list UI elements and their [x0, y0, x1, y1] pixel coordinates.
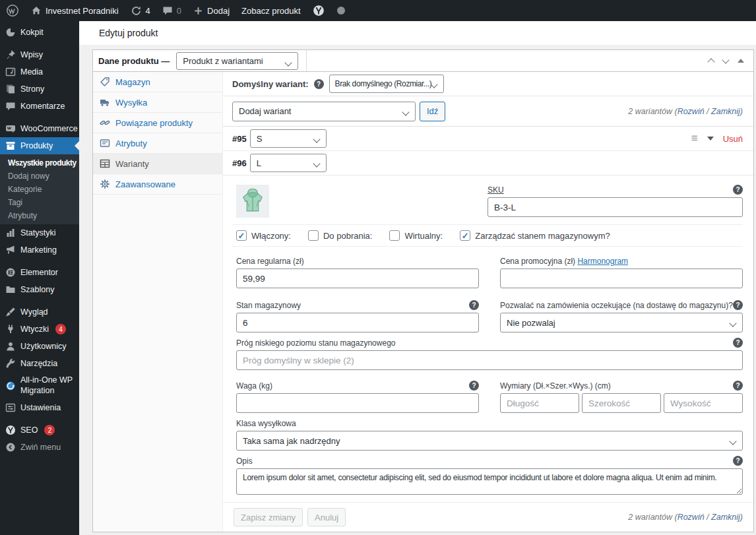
updates-indicator[interactable]: 4	[125, 0, 156, 21]
virtual-checkbox[interactable]: Wirtualny:	[389, 230, 443, 241]
folder-icon	[5, 284, 16, 295]
sidebar-item-szablony[interactable]: Szablony	[0, 281, 79, 298]
tab-wysylka[interactable]: Wysyłka	[93, 92, 222, 113]
collapse-menu-button[interactable]: Zwiń menu	[0, 439, 79, 456]
submenu-tags[interactable]: Tagi	[0, 196, 79, 209]
schedule-link[interactable]: Harmonogram	[577, 257, 628, 266]
help-icon[interactable]: ?	[733, 381, 743, 391]
sidebar-item-statystyki[interactable]: Statystyki	[0, 224, 79, 241]
variations-count-note-bottom: 2 wariantów (Rozwiń / Zamknij)	[628, 513, 743, 522]
variation-options: ✓ Włączony: Do pobrania: Wirtualny:	[232, 224, 743, 247]
close-link-bottom[interactable]: Zamknij	[711, 513, 740, 522]
tab-powiazane-produkty[interactable]: Powiązane produkty	[93, 113, 222, 133]
variation-form: SKU ? ✓ Włączony:	[223, 175, 753, 497]
yoast-icon	[313, 5, 325, 16]
move-down-button[interactable]	[722, 56, 729, 63]
sidebar-item-produkty[interactable]: Produkty	[0, 137, 79, 154]
sidebar-item-narzedzia[interactable]: Narzędzia	[0, 355, 79, 372]
plugins-badge: 4	[55, 324, 66, 334]
help-icon[interactable]: ?	[314, 79, 324, 89]
regular-price-input[interactable]	[236, 268, 479, 288]
add-variant-select[interactable]: Dodaj wariant	[232, 102, 416, 121]
sidebar-item-all-in-one-wp-migration[interactable]: All-in-One WP Migration	[0, 372, 79, 399]
sidebar-item-wtyczki[interactable]: Wtyczki 4	[0, 321, 79, 338]
move-up-button[interactable]	[707, 58, 714, 65]
height-input[interactable]	[664, 393, 743, 413]
plugin-icon	[5, 324, 16, 334]
wordpress-logo[interactable]	[0, 0, 25, 21]
save-changes-button[interactable]: Zapisz zmiany	[234, 508, 303, 526]
submenu-add-new[interactable]: Dodaj nowy	[0, 170, 79, 183]
sidebar-item-kokpit[interactable]: Kokpit	[0, 24, 79, 41]
expand-variation-icon[interactable]	[707, 137, 714, 141]
default-variant-select[interactable]: Brak domyślnego (Rozmiar...)	[329, 75, 444, 93]
low-stock-label: Próg niskiego poziomu stanu magazynowego	[236, 338, 395, 348]
drag-handle-icon[interactable]: ≡	[691, 132, 698, 145]
tab-warianty[interactable]: Warianty	[93, 154, 222, 174]
media-icon	[5, 67, 16, 77]
sidebar-item-strony[interactable]: Strony	[0, 80, 79, 98]
tab-magazyn[interactable]: Magazyn	[93, 72, 222, 92]
view-product-link[interactable]: Zobacz produkt	[236, 0, 307, 21]
help-icon[interactable]: ?	[733, 456, 743, 466]
sidebar-item-uzytkownicy[interactable]: Użytkownicy	[0, 338, 79, 355]
backorders-select[interactable]: Nie pozwalaj	[500, 313, 743, 332]
notification-dot[interactable]	[331, 0, 352, 21]
downloadable-checkbox[interactable]: Do pobrania:	[308, 230, 372, 241]
shipping-class-select[interactable]: Taka sama jak nadrzędny	[236, 431, 743, 451]
remove-variation-link[interactable]: Usuń	[723, 134, 743, 144]
sidebar-item-media[interactable]: Media	[0, 63, 79, 80]
help-icon[interactable]: ?	[469, 381, 479, 391]
manage-stock-checkbox[interactable]: ✓ Zarządzać stanem magazynowym?	[460, 230, 610, 241]
weight-input[interactable]	[236, 393, 479, 413]
width-input[interactable]	[582, 393, 661, 413]
submenu-attributes[interactable]: Atrybuty	[0, 209, 79, 222]
sidebar-item-ustawienia[interactable]: Ustawienia	[0, 399, 79, 416]
products-icon	[5, 141, 16, 151]
hoodie-image	[238, 187, 267, 216]
submenu-categories[interactable]: Kategorie	[0, 183, 79, 196]
checkbox-checked: ✓	[460, 230, 470, 241]
panel-title: Dane produktu —	[98, 56, 170, 66]
sidebar-item-woocommerce[interactable]: WooCommerce	[0, 120, 79, 137]
sale-price-input[interactable]	[500, 268, 743, 288]
weight-label: Waga (kg)	[236, 381, 272, 391]
expand-link[interactable]: Rozwiń	[677, 107, 705, 116]
help-icon[interactable]: ?	[733, 300, 743, 310]
help-icon[interactable]: ?	[469, 300, 479, 310]
length-input[interactable]	[500, 393, 579, 413]
new-content-button[interactable]: Dodaj	[187, 0, 236, 21]
close-link[interactable]: Zamknij	[711, 107, 740, 116]
sidebar-item-elementor[interactable]: Elementor	[0, 264, 79, 281]
sidebar-item-wpisy[interactable]: Wpisy	[0, 46, 79, 63]
submenu-all-products[interactable]: Wszystkie produkty	[0, 156, 79, 170]
stock-input[interactable]	[236, 313, 479, 332]
variation-row-96: #96 L	[223, 151, 753, 175]
site-name-link[interactable]: Investnet Poradniki	[25, 0, 125, 21]
help-icon[interactable]: ?	[733, 338, 743, 348]
toggle-panel-button[interactable]	[738, 59, 744, 63]
enabled-checkbox[interactable]: ✓ Włączony:	[236, 230, 291, 241]
yoast-menu[interactable]	[307, 0, 331, 21]
admin-bar: Investnet Poradniki 4 0 Dodaj Zobacz pro…	[0, 0, 756, 21]
sidebar-item-komentarze[interactable]: Komentarze	[0, 98, 79, 115]
variation-attribute-select[interactable]: L	[250, 154, 327, 172]
expand-link-bottom[interactable]: Rozwiń	[677, 513, 705, 522]
low-stock-input[interactable]	[236, 350, 743, 370]
description-textarea[interactable]: Lorem ipsum dolor sit amet, consectetur …	[236, 468, 743, 495]
sidebar-item-wyglad[interactable]: Wygląd	[0, 303, 79, 321]
comments-indicator[interactable]: 0	[156, 0, 187, 21]
variations-icon	[100, 158, 110, 169]
variation-attribute-select[interactable]: S	[250, 129, 327, 148]
variation-image[interactable]	[236, 185, 269, 218]
help-icon[interactable]: ?	[733, 185, 743, 195]
sidebar-item-marketing[interactable]: Marketing	[0, 241, 79, 259]
product-type-select[interactable]: Produkt z wariantami	[176, 52, 298, 70]
tab-zaawansowane[interactable]: Zaawansowane	[93, 174, 222, 195]
go-button[interactable]: Idź	[420, 102, 445, 121]
cancel-button[interactable]: Anuluj	[307, 508, 346, 526]
variations-count-note: 2 wariantów (Rozwiń / Zamknij)	[628, 107, 743, 116]
sku-input[interactable]	[488, 197, 743, 217]
tab-atrybuty[interactable]: Atrybuty	[93, 133, 222, 154]
sidebar-item-seo[interactable]: SEO 2	[0, 422, 79, 439]
